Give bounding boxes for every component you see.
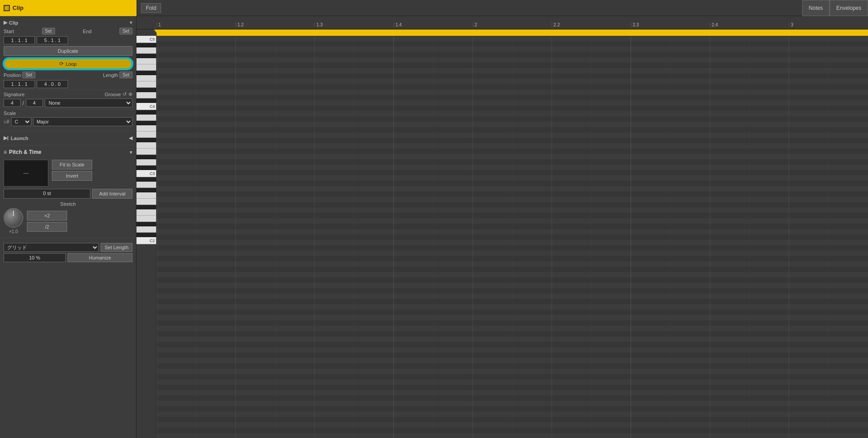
fold-button[interactable]: Fold [141,3,161,13]
add-interval-button[interactable]: Add Interval [92,189,132,199]
piano-key-cs2[interactable] [136,233,156,237]
grid-area[interactable] [157,36,868,438]
start-value[interactable]: 1 . 1 . 1 [4,36,35,44]
scale-type-select[interactable]: Major [33,117,132,126]
piano-key-bb3[interactable] [136,115,156,121]
piano-key-c3[interactable]: C3 [136,170,156,177]
grid-select[interactable]: グリッド [4,243,99,252]
envelopes-button[interactable]: Envelopes [830,0,868,16]
notes-button[interactable]: Notes [802,0,830,16]
sig-numerator[interactable]: 4 [4,99,21,107]
piano-key-fs4[interactable] [136,71,156,75]
pitch-display: --- [4,160,48,187]
length-label: Length [103,72,118,78]
scale-label-row: Scale [4,111,132,116]
piano-key-cs4[interactable] [136,98,156,103]
piano-key-c5[interactable]: C5 [136,36,156,43]
main-container: Clip Fold Notes Envelopes ▶ Clip ▾ Star [0,0,868,438]
piano-key-g2[interactable] [136,199,156,205]
piano-key-f4[interactable] [136,75,156,81]
piano-key-b2[interactable] [136,177,156,182]
piano-key-bb4[interactable] [136,47,156,54]
left-panel: ▶ Clip ▾ Start Set End Set 1 . 1 . 1 5 .… [0,16,136,438]
length-set-button[interactable]: Set [119,72,132,78]
piano-key-d2[interactable] [136,226,156,233]
piano-key-a4[interactable] [136,54,156,58]
piano-key-a2[interactable] [136,188,156,192]
semitone-row: 0 st Add Interval [4,189,132,199]
clip-section-header: ▶ Clip ▾ [4,18,132,27]
piano-key-d4[interactable] [136,92,156,98]
end-value[interactable]: 5 . 1 . 1 [37,36,68,44]
piano-key-eb2[interactable] [136,222,156,226]
invert-button[interactable]: Invert [52,171,92,181]
piano-key-ab2[interactable] [136,192,156,199]
launch-title: ▶| Launch [4,135,28,141]
sig-denominator[interactable]: 4 [26,99,43,107]
piano-key-c4[interactable]: C4 [136,103,156,110]
percent-value[interactable]: 10 % [4,253,66,262]
humanize-button[interactable]: Humanize [68,253,132,262]
piano-key-g4[interactable] [136,64,156,71]
timeline-mark-22: 2.2 [552,22,631,27]
piano-key-ab4[interactable] [136,58,156,64]
piano-key-cs3[interactable] [136,166,156,170]
piano-key-a3[interactable] [136,121,156,125]
piano-key-eb3[interactable] [136,155,156,159]
start-label: Start [4,29,14,34]
piano-key-g3[interactable] [136,132,156,138]
launch-icon: ▶| [4,135,9,141]
stretch-div2-button[interactable]: /2 [27,222,67,232]
piano-keys: C5 C4 [136,36,157,438]
semitone-value[interactable]: 0 st [4,189,90,199]
set-length-button[interactable]: Set Length [101,243,132,252]
timeline-markers: 1 1.2 1.3 1.4 2 2.2 2.3 2.4 3 [157,16,868,29]
top-header: Clip Fold Notes Envelopes [0,0,868,16]
loop-button[interactable]: ⟳ Loop [4,58,132,69]
piano-key-eb4[interactable] [136,88,156,92]
end-set-button[interactable]: Set [119,28,132,34]
piano-key-f3[interactable] [136,142,156,149]
start-set-button[interactable]: Set [42,28,55,34]
groove-select[interactable]: None [45,98,132,107]
scale-root-select[interactable]: C [11,117,31,126]
piano-key-b3[interactable] [136,110,156,115]
sig-groove-labels: Signature Groove ↺ ⊕ [4,91,132,97]
piano-key-fs3[interactable] [136,138,156,142]
piano-key-e3[interactable] [136,149,156,155]
piano-key-fs2[interactable] [136,205,156,209]
timeline-mark-2: 2 [473,22,552,27]
length-value[interactable]: 4 . 0 . 0 [37,80,68,88]
piano-key-b4[interactable] [136,43,156,47]
clip-section-icon: ▶ [4,20,7,26]
humanize-row: 10 % Humanize [4,253,132,262]
pitch-buttons: Fit to Scale Invert [52,160,92,181]
pitch-time-header[interactable]: ≡ Pitch & Time ▾ [0,147,136,157]
clip-section: ▶ Clip ▾ Start Set End Set 1 . 1 . 1 5 .… [0,16,136,129]
pitch-time-content: --- Fit to Scale Invert 0 st Add Interva… [0,157,136,236]
duplicate-button[interactable]: Duplicate [4,46,132,56]
position-set-button[interactable]: Set [22,72,35,78]
piano-key-f2[interactable] [136,209,156,216]
launch-section[interactable]: ▶| Launch ◀ [0,132,136,144]
timeline-mark-1: 1 [157,22,236,27]
position-value[interactable]: 1 . 1 . 1 [4,80,35,88]
piano-key-e4[interactable] [136,81,156,88]
pitch-row: --- Fit to Scale Invert [4,160,132,187]
groove-add-icon[interactable]: ⊕ [128,91,132,97]
start-end-values: 1 . 1 . 1 5 . 1 . 1 [4,36,132,44]
stretch-x2-button[interactable]: ×2 [27,211,67,221]
grid-row: グリッド Set Length [4,243,132,252]
stretch-knob[interactable] [4,208,23,228]
clip-title: Clip [13,4,24,11]
piano-key-d3[interactable] [136,159,156,166]
pitch-time-title: ≡ Pitch & Time [4,149,41,155]
piano-key-bb2[interactable] [136,182,156,188]
groove-sync-icon[interactable]: ↺ [123,91,127,97]
piano-key-c2[interactable]: C2 [136,237,156,244]
sig-groove-row: 4 / 4 None [4,98,132,107]
stretch-row: ×1.0 ×2 /2 [4,208,132,234]
piano-key-ab3[interactable] [136,125,156,132]
fit-to-scale-button[interactable]: Fit to Scale [52,160,92,170]
piano-key-e2[interactable] [136,216,156,222]
